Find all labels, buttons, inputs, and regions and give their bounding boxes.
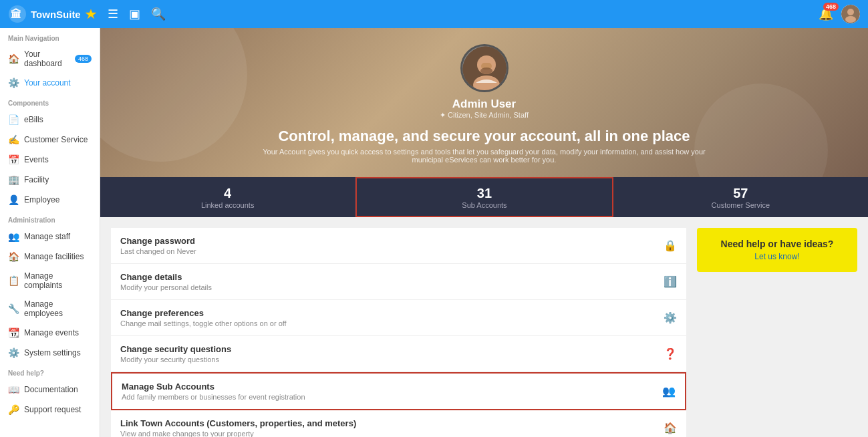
hero-avatar-image	[462, 46, 509, 92]
hero-title: Control, manage, and secure your account…	[278, 128, 690, 145]
sidebar-manage-events-label: Manage events	[24, 328, 79, 337]
list-item-manage-sub-desc: Add family members or businesses for eve…	[122, 393, 305, 401]
search-icon[interactable]: 🔍	[151, 7, 166, 21]
hero-banner: Admin User ✦ Citizen, Site Admin, Staff …	[100, 28, 868, 177]
menu-icon[interactable]: ☰	[108, 7, 118, 21]
sidebar-item-manage-staff[interactable]: 👥 Manage staff	[0, 227, 100, 247]
list-item-change-preferences-title: Change preferences	[120, 308, 287, 318]
help-box[interactable]: Need help or have ideas? Let us know!	[697, 228, 857, 272]
sidebar-system-settings-label: System settings	[24, 348, 81, 357]
sidebar-item-events[interactable]: 📅 Events	[0, 150, 100, 170]
svg-point-10	[480, 67, 492, 74]
sidebar-dashboard-label: Your dashboard	[24, 49, 69, 68]
sidebar-item-manage-events[interactable]: 📆 Manage events	[0, 323, 100, 343]
list-item-change-security[interactable]: Change security questions Modify your se…	[111, 336, 686, 372]
logo-star-icon	[85, 8, 97, 20]
list-item-change-password[interactable]: Change password Last changed on Never 🔒	[111, 228, 686, 264]
sidebar-item-ebills[interactable]: 📄 eBills	[0, 110, 100, 130]
sidebar-events-label: Events	[24, 155, 49, 164]
facility-icon: 🏢	[8, 174, 19, 185]
section-components: Components	[0, 93, 100, 110]
ebills-icon: 📄	[8, 114, 19, 125]
sub-accounts-icon: 👥	[662, 385, 676, 398]
list-item-change-password-desc: Last changed on Never	[120, 247, 196, 255]
stat-linked-accounts[interactable]: 4 Linked accounts	[100, 177, 355, 217]
section-help: Need help?	[0, 363, 100, 380]
list-item-change-preferences-text: Change preferences Change mail settings,…	[120, 308, 287, 327]
hero-user-roles: ✦ Citizen, Site Admin, Staff	[440, 111, 529, 120]
list-item-manage-sub-title: Manage Sub Accounts	[122, 382, 305, 392]
list-item-link-town[interactable]: Link Town Accounts (Customers, propertie…	[111, 410, 686, 437]
sidebar-item-account[interactable]: ⚙️ Your account	[0, 73, 100, 93]
dashboard-icon: 🏠	[8, 53, 19, 64]
sidebar-item-manage-employees[interactable]: 🔧 Manage employees	[0, 295, 100, 323]
svg-marker-2	[86, 9, 96, 19]
notification-bell[interactable]: 🔔 468	[819, 7, 833, 21]
sidebar-manage-staff-label: Manage staff	[24, 232, 70, 241]
sidebar-manage-complaints-label: Manage complaints	[24, 271, 92, 290]
list-item-manage-sub-accounts[interactable]: Manage Sub Accounts Add family members o…	[111, 372, 686, 410]
sidebar-item-manage-facilities[interactable]: 🏠 Manage facilities	[0, 247, 100, 267]
manage-complaints-icon: 📋	[8, 275, 19, 286]
info-icon: ℹ️	[664, 275, 677, 288]
sidebar-item-documentation[interactable]: 📖 Documentation	[0, 380, 100, 400]
logo-icon: 🏛	[8, 5, 27, 23]
hero-subtitle: Your Account gives you quick access to s…	[251, 148, 718, 164]
topbar-right: 🔔 468	[819, 5, 860, 23]
stat-sub-number: 31	[477, 186, 492, 201]
security-icon: ❓	[664, 347, 677, 360]
home-icon: 🏠	[664, 422, 677, 434]
preferences-icon: ⚙️	[664, 311, 677, 324]
section-main-nav: Main Navigation	[0, 28, 100, 45]
stat-customer-label: Customer Service	[712, 201, 770, 209]
sidebar-item-facility[interactable]: 🏢 Facility	[0, 170, 100, 190]
stat-customer-service[interactable]: 57 Customer Service	[613, 177, 868, 217]
notification-badge: 468	[823, 3, 839, 11]
manage-facilities-icon: 🏠	[8, 251, 19, 262]
content-panels: Change password Last changed on Never 🔒 …	[100, 217, 868, 437]
events-icon: 📅	[8, 154, 19, 165]
list-item-change-details-desc: Modify your personal details	[120, 283, 212, 291]
side-panel: Need help or have ideas? Let us know!	[697, 228, 857, 437]
account-icon: ⚙️	[8, 78, 19, 88]
sidebar-item-support-request[interactable]: 🔑 Support request	[0, 400, 100, 420]
list-item-link-town-desc: View and make changes to your property	[120, 430, 356, 437]
topbar-left: 🏛 TownSuite ☰ ▣ 🔍	[8, 5, 166, 23]
svg-point-4	[847, 9, 854, 15]
list-item-change-details[interactable]: Change details Modify your personal deta…	[111, 264, 686, 300]
list-item-link-town-text: Link Town Accounts (Customers, propertie…	[120, 418, 356, 437]
stat-linked-label: Linked accounts	[201, 201, 255, 209]
sidebar-manage-employees-label: Manage employees	[24, 299, 92, 318]
main-panel: Change password Last changed on Never 🔒 …	[111, 228, 686, 437]
logo: 🏛 TownSuite	[8, 5, 97, 23]
sidebar-item-customer-service[interactable]: ✍️ Customer Service	[0, 130, 100, 150]
customer-service-icon: ✍️	[8, 134, 19, 145]
sidebar-item-system-settings[interactable]: ⚙️ System settings	[0, 343, 100, 363]
help-box-link[interactable]: Let us know!	[708, 252, 847, 261]
manage-employees-icon: 🔧	[8, 303, 19, 314]
stat-customer-number: 57	[733, 186, 748, 201]
help-box-title: Need help or have ideas?	[708, 239, 847, 249]
user-avatar-icon	[841, 5, 860, 23]
sidebar-support-request-label: Support request	[24, 405, 81, 414]
list-item-change-preferences[interactable]: Change preferences Change mail settings,…	[111, 300, 686, 336]
manage-staff-icon: 👥	[8, 231, 19, 242]
logo-text: TownSuite	[31, 9, 81, 20]
list-item-change-password-title: Change password	[120, 236, 196, 246]
sidebar-item-dashboard[interactable]: 🏠 Your dashboard 468	[0, 45, 100, 73]
panel-icon[interactable]: ▣	[129, 7, 140, 21]
user-avatar[interactable]	[841, 5, 860, 23]
sidebar-item-employee[interactable]: 👤 Employee	[0, 190, 100, 210]
system-settings-icon: ⚙️	[8, 347, 19, 358]
sidebar-item-manage-complaints[interactable]: 📋 Manage complaints	[0, 267, 100, 295]
support-request-icon: 🔑	[8, 404, 19, 415]
main-layout: Main Navigation 🏠 Your dashboard 468 ⚙️ …	[0, 28, 868, 437]
sidebar-account-label: Your account	[24, 78, 71, 88]
stat-sub-accounts[interactable]: 31 Sub Accounts	[355, 177, 613, 217]
sidebar-customer-service-label: Customer Service	[24, 135, 88, 144]
list-item-change-preferences-desc: Change mail settings, toggle other optio…	[120, 319, 287, 327]
sidebar-manage-facilities-label: Manage facilities	[24, 252, 84, 261]
list-item-change-details-text: Change details Modify your personal deta…	[120, 272, 212, 291]
stats-bar: 4 Linked accounts 31 Sub Accounts 57 Cus…	[100, 177, 868, 217]
manage-events-icon: 📆	[8, 327, 19, 338]
